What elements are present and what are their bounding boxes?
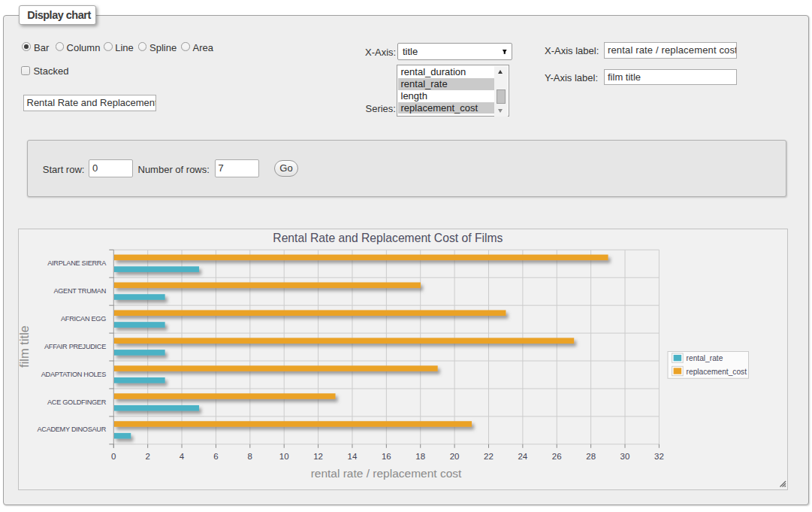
svg-text:Rental Rate and Replacement Co: Rental Rate and Replacement Cost of Film…: [273, 232, 503, 244]
svg-text:AIRPLANE SIERRA: AIRPLANE SIERRA: [47, 259, 107, 267]
svg-text:8: 8: [248, 452, 252, 461]
svg-text:6: 6: [213, 452, 218, 461]
svg-text:ADAPTATION HOLES: ADAPTATION HOLES: [41, 371, 106, 378]
svg-text:28: 28: [586, 452, 596, 461]
svg-text:AFFAIR PREJUDICE: AFFAIR PREJUDICE: [44, 343, 106, 350]
svg-text:16: 16: [382, 452, 391, 461]
svg-text:30: 30: [620, 452, 630, 461]
svg-text:26: 26: [552, 452, 562, 461]
svg-text:4: 4: [180, 452, 185, 461]
svg-text:12: 12: [313, 452, 323, 461]
svg-text:film title: film title: [19, 326, 31, 368]
svg-text:18: 18: [415, 452, 425, 461]
svg-text:10: 10: [279, 452, 289, 461]
svg-text:0: 0: [111, 452, 116, 461]
svg-text:rental rate / replacement cost: rental rate / replacement cost: [311, 467, 462, 480]
svg-text:AGENT TRUMAN: AGENT TRUMAN: [53, 287, 106, 295]
svg-text:rental_rate: rental_rate: [687, 354, 723, 362]
svg-text:22: 22: [484, 452, 494, 461]
svg-text:ACE GOLDFINGER: ACE GOLDFINGER: [47, 398, 107, 406]
svg-text:ACADEMY DINOSAUR: ACADEMY DINOSAUR: [37, 426, 106, 433]
svg-text:AFRICAN EGG: AFRICAN EGG: [61, 315, 106, 323]
svg-text:replacement_cost: replacement_cost: [687, 368, 747, 376]
svg-text:14: 14: [348, 452, 358, 461]
svg-text:32: 32: [654, 452, 664, 461]
svg-text:20: 20: [450, 452, 460, 461]
svg-text:24: 24: [518, 452, 527, 461]
svg-text:2: 2: [145, 452, 149, 461]
